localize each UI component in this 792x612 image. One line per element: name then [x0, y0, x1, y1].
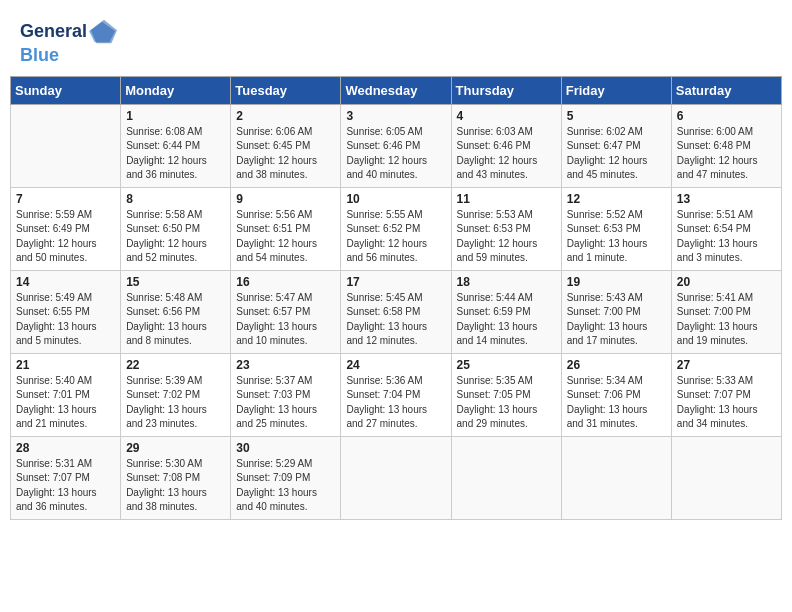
logo-blue-text: Blue	[20, 45, 59, 65]
col-header-saturday: Saturday	[671, 76, 781, 104]
calendar-cell: 29Sunrise: 5:30 AMSunset: 7:08 PMDayligh…	[121, 436, 231, 519]
cell-content: Sunrise: 6:05 AMSunset: 6:46 PMDaylight:…	[346, 125, 445, 183]
day-number: 11	[457, 192, 556, 206]
cell-content: Sunrise: 5:35 AMSunset: 7:05 PMDaylight:…	[457, 374, 556, 432]
calendar-cell	[561, 436, 671, 519]
day-number: 23	[236, 358, 335, 372]
day-number: 18	[457, 275, 556, 289]
calendar-cell: 28Sunrise: 5:31 AMSunset: 7:07 PMDayligh…	[11, 436, 121, 519]
calendar-cell: 23Sunrise: 5:37 AMSunset: 7:03 PMDayligh…	[231, 353, 341, 436]
calendar-cell: 7Sunrise: 5:59 AMSunset: 6:49 PMDaylight…	[11, 187, 121, 270]
cell-content: Sunrise: 5:48 AMSunset: 6:56 PMDaylight:…	[126, 291, 225, 349]
day-number: 12	[567, 192, 666, 206]
calendar-cell: 5Sunrise: 6:02 AMSunset: 6:47 PMDaylight…	[561, 104, 671, 187]
calendar-cell: 8Sunrise: 5:58 AMSunset: 6:50 PMDaylight…	[121, 187, 231, 270]
cell-content: Sunrise: 5:37 AMSunset: 7:03 PMDaylight:…	[236, 374, 335, 432]
col-header-tuesday: Tuesday	[231, 76, 341, 104]
col-header-friday: Friday	[561, 76, 671, 104]
calendar-cell	[451, 436, 561, 519]
day-number: 17	[346, 275, 445, 289]
day-number: 22	[126, 358, 225, 372]
calendar-cell: 2Sunrise: 6:06 AMSunset: 6:45 PMDaylight…	[231, 104, 341, 187]
cell-content: Sunrise: 5:39 AMSunset: 7:02 PMDaylight:…	[126, 374, 225, 432]
calendar-cell: 12Sunrise: 5:52 AMSunset: 6:53 PMDayligh…	[561, 187, 671, 270]
cell-content: Sunrise: 6:00 AMSunset: 6:48 PMDaylight:…	[677, 125, 776, 183]
calendar-cell: 9Sunrise: 5:56 AMSunset: 6:51 PMDaylight…	[231, 187, 341, 270]
day-number: 3	[346, 109, 445, 123]
day-number: 9	[236, 192, 335, 206]
col-header-monday: Monday	[121, 76, 231, 104]
calendar-body: 1Sunrise: 6:08 AMSunset: 6:44 PMDaylight…	[11, 104, 782, 519]
cell-content: Sunrise: 5:41 AMSunset: 7:00 PMDaylight:…	[677, 291, 776, 349]
col-header-sunday: Sunday	[11, 76, 121, 104]
cell-content: Sunrise: 5:58 AMSunset: 6:50 PMDaylight:…	[126, 208, 225, 266]
day-number: 2	[236, 109, 335, 123]
calendar-cell: 17Sunrise: 5:45 AMSunset: 6:58 PMDayligh…	[341, 270, 451, 353]
calendar-cell	[341, 436, 451, 519]
calendar-cell: 22Sunrise: 5:39 AMSunset: 7:02 PMDayligh…	[121, 353, 231, 436]
cell-content: Sunrise: 5:45 AMSunset: 6:58 PMDaylight:…	[346, 291, 445, 349]
week-row-5: 28Sunrise: 5:31 AMSunset: 7:07 PMDayligh…	[11, 436, 782, 519]
day-number: 27	[677, 358, 776, 372]
col-header-thursday: Thursday	[451, 76, 561, 104]
calendar-cell: 15Sunrise: 5:48 AMSunset: 6:56 PMDayligh…	[121, 270, 231, 353]
cell-content: Sunrise: 5:52 AMSunset: 6:53 PMDaylight:…	[567, 208, 666, 266]
calendar-cell: 3Sunrise: 6:05 AMSunset: 6:46 PMDaylight…	[341, 104, 451, 187]
day-number: 6	[677, 109, 776, 123]
day-number: 24	[346, 358, 445, 372]
day-number: 25	[457, 358, 556, 372]
day-number: 8	[126, 192, 225, 206]
cell-content: Sunrise: 6:03 AMSunset: 6:46 PMDaylight:…	[457, 125, 556, 183]
calendar-cell: 20Sunrise: 5:41 AMSunset: 7:00 PMDayligh…	[671, 270, 781, 353]
day-number: 21	[16, 358, 115, 372]
cell-content: Sunrise: 6:08 AMSunset: 6:44 PMDaylight:…	[126, 125, 225, 183]
calendar-cell: 26Sunrise: 5:34 AMSunset: 7:06 PMDayligh…	[561, 353, 671, 436]
cell-content: Sunrise: 5:29 AMSunset: 7:09 PMDaylight:…	[236, 457, 335, 515]
day-number: 26	[567, 358, 666, 372]
col-header-wednesday: Wednesday	[341, 76, 451, 104]
day-number: 14	[16, 275, 115, 289]
calendar-cell: 27Sunrise: 5:33 AMSunset: 7:07 PMDayligh…	[671, 353, 781, 436]
calendar-table: SundayMondayTuesdayWednesdayThursdayFrid…	[10, 76, 782, 520]
calendar-header: SundayMondayTuesdayWednesdayThursdayFrid…	[11, 76, 782, 104]
day-number: 10	[346, 192, 445, 206]
day-number: 7	[16, 192, 115, 206]
cell-content: Sunrise: 5:59 AMSunset: 6:49 PMDaylight:…	[16, 208, 115, 266]
calendar-cell: 6Sunrise: 6:00 AMSunset: 6:48 PMDaylight…	[671, 104, 781, 187]
cell-content: Sunrise: 5:47 AMSunset: 6:57 PMDaylight:…	[236, 291, 335, 349]
logo-text: General	[20, 22, 87, 42]
cell-content: Sunrise: 5:56 AMSunset: 6:51 PMDaylight:…	[236, 208, 335, 266]
week-row-2: 7Sunrise: 5:59 AMSunset: 6:49 PMDaylight…	[11, 187, 782, 270]
cell-content: Sunrise: 5:33 AMSunset: 7:07 PMDaylight:…	[677, 374, 776, 432]
week-row-1: 1Sunrise: 6:08 AMSunset: 6:44 PMDaylight…	[11, 104, 782, 187]
day-number: 19	[567, 275, 666, 289]
day-number: 13	[677, 192, 776, 206]
calendar-cell: 25Sunrise: 5:35 AMSunset: 7:05 PMDayligh…	[451, 353, 561, 436]
week-row-3: 14Sunrise: 5:49 AMSunset: 6:55 PMDayligh…	[11, 270, 782, 353]
page-header: General Blue	[10, 10, 782, 72]
cell-content: Sunrise: 5:44 AMSunset: 6:59 PMDaylight:…	[457, 291, 556, 349]
calendar-cell: 10Sunrise: 5:55 AMSunset: 6:52 PMDayligh…	[341, 187, 451, 270]
day-number: 1	[126, 109, 225, 123]
cell-content: Sunrise: 5:30 AMSunset: 7:08 PMDaylight:…	[126, 457, 225, 515]
cell-content: Sunrise: 5:34 AMSunset: 7:06 PMDaylight:…	[567, 374, 666, 432]
calendar-cell: 16Sunrise: 5:47 AMSunset: 6:57 PMDayligh…	[231, 270, 341, 353]
calendar-cell: 19Sunrise: 5:43 AMSunset: 7:00 PMDayligh…	[561, 270, 671, 353]
cell-content: Sunrise: 5:40 AMSunset: 7:01 PMDaylight:…	[16, 374, 115, 432]
calendar-cell	[11, 104, 121, 187]
cell-content: Sunrise: 5:36 AMSunset: 7:04 PMDaylight:…	[346, 374, 445, 432]
day-number: 28	[16, 441, 115, 455]
logo-icon	[89, 18, 117, 46]
calendar-cell: 24Sunrise: 5:36 AMSunset: 7:04 PMDayligh…	[341, 353, 451, 436]
day-number: 16	[236, 275, 335, 289]
day-number: 5	[567, 109, 666, 123]
calendar-cell: 21Sunrise: 5:40 AMSunset: 7:01 PMDayligh…	[11, 353, 121, 436]
cell-content: Sunrise: 5:53 AMSunset: 6:53 PMDaylight:…	[457, 208, 556, 266]
logo: General Blue	[20, 18, 117, 66]
calendar-cell: 30Sunrise: 5:29 AMSunset: 7:09 PMDayligh…	[231, 436, 341, 519]
cell-content: Sunrise: 6:06 AMSunset: 6:45 PMDaylight:…	[236, 125, 335, 183]
day-number: 4	[457, 109, 556, 123]
calendar-cell: 18Sunrise: 5:44 AMSunset: 6:59 PMDayligh…	[451, 270, 561, 353]
calendar-cell: 14Sunrise: 5:49 AMSunset: 6:55 PMDayligh…	[11, 270, 121, 353]
day-number: 29	[126, 441, 225, 455]
